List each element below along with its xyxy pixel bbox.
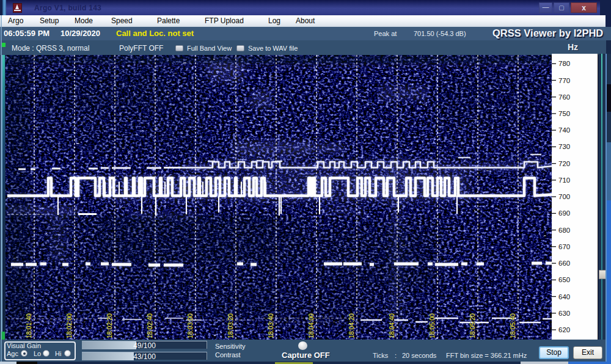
svg-text:18:03:40: 18:03:40 <box>267 313 274 338</box>
svg-text:670: 670 <box>558 243 570 250</box>
svg-text:18:04:40: 18:04:40 <box>388 313 395 338</box>
svg-text:18:02:40: 18:02:40 <box>146 313 153 338</box>
svg-text:750: 750 <box>558 110 570 117</box>
svg-text:650: 650 <box>558 276 570 283</box>
svg-text:620: 620 <box>558 326 570 333</box>
svg-text:760: 760 <box>558 93 570 101</box>
svg-text:18:02:20: 18:02:20 <box>106 313 113 338</box>
svg-text:640: 640 <box>558 293 570 300</box>
svg-text:18:03:20: 18:03:20 <box>227 313 234 338</box>
svg-text:770: 770 <box>558 77 570 84</box>
svg-text:18:05:20: 18:05:20 <box>469 313 476 338</box>
svg-text:700: 700 <box>558 193 570 200</box>
svg-text:780: 780 <box>558 60 570 67</box>
svg-text:680: 680 <box>558 227 570 234</box>
svg-text:730: 730 <box>558 143 570 150</box>
svg-text:720: 720 <box>558 160 570 167</box>
svg-text:18:04:20: 18:04:20 <box>348 313 355 338</box>
svg-text:630: 630 <box>558 310 570 317</box>
svg-text:660: 660 <box>558 260 570 267</box>
svg-text:18:01:40: 18:01:40 <box>25 313 32 338</box>
svg-text:740: 740 <box>558 126 570 134</box>
svg-text:690: 690 <box>558 209 570 217</box>
svg-text:18:02:00: 18:02:00 <box>65 313 73 338</box>
svg-text:18:03:00: 18:03:00 <box>186 313 194 338</box>
svg-text:18:05:40: 18:05:40 <box>509 313 516 338</box>
svg-text:710: 710 <box>558 177 570 184</box>
svg-text:18:04:00: 18:04:00 <box>307 313 315 338</box>
svg-text:18:05:00: 18:05:00 <box>428 313 436 338</box>
